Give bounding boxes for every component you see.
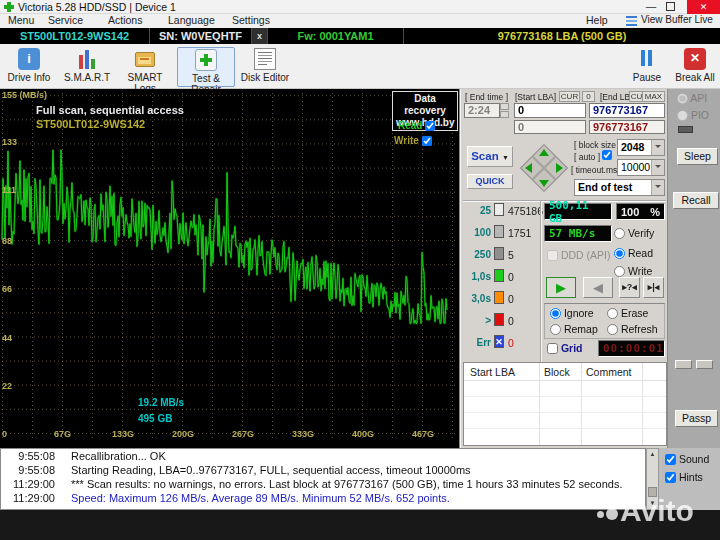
error-policy-group: Ignore Erase Remap Refresh [544, 303, 665, 339]
remap-radio[interactable]: Remap [550, 323, 598, 335]
end-time-label: [ End time ] [465, 92, 508, 102]
device-info-bar: ST500LT012-9WS142 SN: W0VEQHTF x Fw: 000… [0, 28, 720, 44]
y-tick-88: 88 [2, 236, 12, 246]
chevron-down-icon [651, 160, 664, 175]
log-scrollbar[interactable]: ▲ ▼ [646, 448, 659, 510]
auto-checkbox[interactable] [602, 150, 612, 160]
seek-dpad[interactable] [518, 142, 570, 194]
api-radio[interactable]: API [677, 92, 707, 104]
mini-button-1[interactable] [675, 360, 692, 369]
refresh-radio[interactable]: Refresh [607, 323, 658, 335]
test-repair-button[interactable]: Test & Repair [177, 47, 235, 87]
timeout-dropdown[interactable]: 10000 [617, 159, 665, 176]
seek-question-icon: ▸?◂ [622, 282, 637, 292]
seek-unknown-button[interactable]: ▸?◂ [619, 277, 640, 298]
menu-item-language[interactable]: Language [168, 14, 215, 26]
start-lba-input[interactable]: 0 [514, 103, 586, 118]
end-time-spinner-arrows[interactable] [500, 103, 509, 118]
menu-item-settings[interactable]: Settings [232, 14, 270, 26]
view-buffer-live[interactable]: View Buffer Live [641, 14, 713, 25]
block-size-dropdown[interactable]: 2048 [617, 139, 665, 156]
first-aid-icon [195, 49, 217, 71]
passp-button[interactable]: Passp [675, 410, 718, 427]
sound-checkbox[interactable]: Sound [665, 453, 709, 465]
disk-editor-button[interactable]: Disk Editor [238, 47, 292, 87]
block-size-label: [ block size ] [574, 140, 621, 150]
log-options: Sound Hints [659, 448, 720, 510]
maximize-button[interactable] [666, 2, 675, 11]
taskbar: ∧ ENG 11:32 13.11.2020 4 [0, 510, 720, 540]
smart-logs-button[interactable]: SMART Logs [118, 47, 172, 87]
drive-info-button[interactable]: i Drive Info [2, 47, 56, 87]
ignore-radio[interactable]: Ignore [550, 307, 594, 319]
close-button[interactable]: ✕ [687, 0, 720, 14]
write-legend-checkbox[interactable] [422, 136, 432, 146]
cursor-speed-note: 19.2 MB/s [138, 397, 184, 408]
erase-radio[interactable]: Erase [607, 307, 648, 319]
start-button[interactable]: ▶ [546, 277, 576, 298]
seek-end-button[interactable]: ▸|◂ [643, 277, 664, 298]
back-button[interactable]: ◀ [583, 277, 613, 298]
pio-radio[interactable]: PIO [677, 109, 709, 121]
mini-button-2[interactable] [696, 360, 713, 369]
menu-bar: Menu Service Actions Language Settings H… [0, 14, 720, 28]
device-serial: SN: W0VEQHTF [150, 28, 252, 44]
end-lba-input[interactable]: 976773167 [589, 103, 665, 118]
ddd-api-checkbox[interactable]: DDD (API) [547, 249, 611, 261]
column-start-lba[interactable]: Start LBA [470, 366, 515, 378]
device-firmware: Fw: 0001YAM1 [268, 28, 404, 44]
menu-item-help[interactable]: Help [586, 14, 608, 26]
activity-led [678, 126, 693, 133]
grid-checkbox[interactable]: Grid [547, 342, 583, 354]
column-comment[interactable]: Comment [586, 366, 632, 378]
scan-button[interactable]: Scan ▼ [467, 146, 513, 167]
toolbar: i Drive Info S.M.A.R.T SMART Logs [0, 44, 720, 89]
sleep-button[interactable]: Sleep [677, 148, 718, 165]
x-tick-67: 67G [54, 429, 71, 439]
device-capacity: 976773168 LBA (500 GB) [404, 28, 720, 44]
scroll-up-icon[interactable]: ▲ [648, 450, 657, 459]
smart-button[interactable]: S.M.A.R.T [60, 47, 114, 87]
bar-chart-icon [76, 48, 98, 70]
scroll-thumb[interactable] [648, 487, 657, 497]
menu-item-actions[interactable]: Actions [108, 14, 142, 26]
break-all-button[interactable]: ✕ Break All [672, 47, 718, 87]
scroll-down-icon[interactable]: ▼ [648, 499, 657, 508]
end-lba-max-button[interactable]: MAX [642, 91, 665, 102]
x-tick-200: 200G [172, 429, 194, 439]
screen: Victoria 5.28 HDD/SSD | Device 1 — ✕ Men… [0, 0, 720, 540]
end-time-spinner[interactable]: 2:24 [464, 103, 500, 118]
verify-radio[interactable]: Verify [614, 227, 654, 239]
scan-graph: 155 (MB/s) 133 111 88 66 44 22 0 67G 133… [0, 89, 460, 448]
menu-item-menu[interactable]: Menu [8, 14, 34, 26]
x-tick-333: 333G [292, 429, 314, 439]
counter-block-25 [494, 203, 504, 216]
device-close-button[interactable]: x [252, 28, 268, 44]
column-block[interactable]: Block [544, 366, 570, 378]
recall-button[interactable]: Recall [673, 192, 719, 209]
start-lba-zero-button[interactable]: 0 [582, 91, 595, 102]
device-model: ST500LT012-9WS142 [0, 28, 150, 44]
quick-button[interactable]: QUICK [467, 174, 513, 189]
menu-item-service[interactable]: Service [48, 14, 83, 26]
cursor-position-note: 495 GB [138, 413, 172, 424]
read-legend-checkbox[interactable] [425, 121, 435, 131]
hints-checkbox[interactable]: Hints [665, 471, 703, 483]
defect-table[interactable]: Start LBA Block Comment [463, 362, 667, 446]
binary-document-icon [254, 48, 276, 70]
log-panel[interactable]: 9:55:08Recallibration... OK 9:55:08Start… [0, 448, 646, 510]
counter-block-3s [494, 291, 504, 304]
read-radio[interactable]: Read [614, 247, 653, 259]
minimize-button[interactable]: — [640, 0, 662, 14]
y-tick-111: 111 [2, 185, 16, 195]
dpad-up-icon [539, 144, 549, 156]
dpad-right-icon [556, 163, 568, 173]
counter-block-1s [494, 269, 504, 282]
log-line: 9:55:08Starting Reading, LBA=0..97677316… [1, 463, 645, 477]
counter-value-1s: 0 [508, 271, 514, 283]
y-tick-22: 22 [2, 381, 12, 391]
start-lba-cur-button[interactable]: CUR [559, 91, 580, 102]
pause-button[interactable]: Pause [622, 47, 672, 87]
end-action-dropdown[interactable]: End of test [574, 179, 665, 196]
write-radio[interactable]: Write [614, 265, 652, 277]
